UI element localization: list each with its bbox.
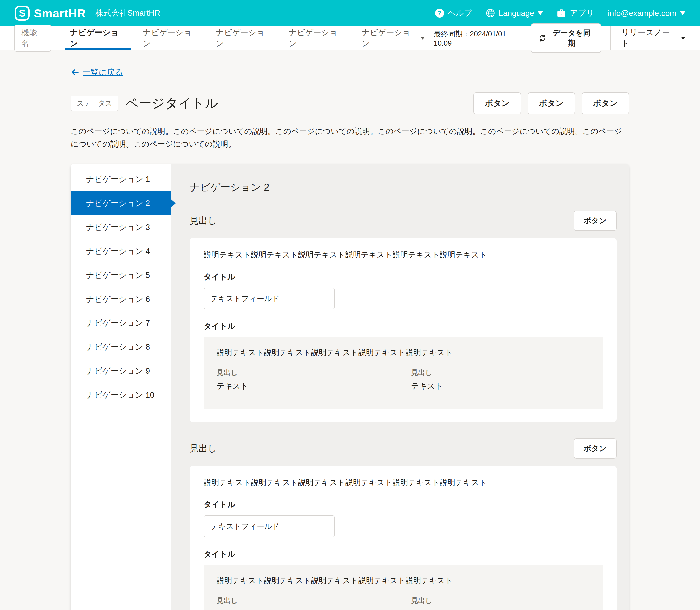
feature-name-badge: 機能名 <box>15 25 51 52</box>
section-heading: 見出し <box>190 443 217 455</box>
sidebar-item-navigation-4[interactable]: ナビゲーション 4 <box>71 239 171 263</box>
sidebar-item-navigation-10[interactable]: ナビゲーション 10 <box>71 383 171 407</box>
detail-column-1: 見出し テキスト <box>217 596 395 610</box>
status-badge: ステータス <box>71 96 119 111</box>
tab-navigation-4[interactable]: ナビゲーション <box>280 26 353 50</box>
form-group: タイトル <box>204 272 603 309</box>
detail-box-description: 説明テキスト説明テキスト説明テキスト説明テキスト説明テキスト <box>217 575 590 586</box>
column-heading: 見出し <box>411 596 590 605</box>
globe-icon <box>486 9 495 18</box>
section-card: 説明テキスト説明テキスト説明テキスト説明テキスト説明テキスト説明テキスト タイト… <box>190 238 617 422</box>
back-to-list-link[interactable]: 一覧に戻る <box>71 67 123 78</box>
page-action-button-2[interactable]: ボタン <box>528 93 575 114</box>
sidebar-item-navigation-3[interactable]: ナビゲーション 3 <box>71 215 171 239</box>
sidebar-item-navigation-8[interactable]: ナビゲーション 8 <box>71 335 171 359</box>
tab-label: ナビゲーション <box>362 27 417 49</box>
help-label: ヘルプ <box>448 8 472 19</box>
app-nav-bar: 機能名 ナビゲーション ナビゲーション ナビゲーション ナビゲーション ナビゲー… <box>0 27 700 50</box>
release-notes-menu[interactable]: リリースノート <box>611 27 685 49</box>
column-heading: 見出し <box>411 368 590 378</box>
account-menu[interactable]: info@example.com <box>608 9 685 18</box>
content-section-1: 見出し ボタン 説明テキスト説明テキスト説明テキスト説明テキスト説明テキスト説明… <box>190 209 617 422</box>
tab-label: ナビゲーション <box>143 27 199 49</box>
section-button[interactable]: ボタン <box>574 211 617 231</box>
page-action-buttons: ボタン ボタン ボタン <box>473 93 629 114</box>
text-field[interactable] <box>204 515 335 537</box>
content-box: ナビゲーション 1 ナビゲーション 2 ナビゲーション 3 ナビゲーション 4 … <box>71 164 629 610</box>
detail-group: タイトル 説明テキスト説明テキスト説明テキスト説明テキスト説明テキスト 見出し … <box>204 321 603 410</box>
caret-down-icon <box>420 37 425 40</box>
help-menu[interactable]: ? ヘルプ <box>435 8 472 19</box>
column-heading: 見出し <box>217 596 395 605</box>
field-label: タイトル <box>204 499 603 510</box>
detail-box-description: 説明テキスト説明テキスト説明テキスト説明テキスト説明テキスト <box>217 348 590 358</box>
apps-menu[interactable]: アプリ <box>557 8 594 19</box>
svg-text:S: S <box>19 8 26 19</box>
release-notes-label: リリースノート <box>621 27 676 49</box>
sidebar-item-navigation-9[interactable]: ナビゲーション 9 <box>71 359 171 383</box>
section-card: 説明テキスト説明テキスト説明テキスト説明テキスト説明テキスト説明テキスト タイト… <box>190 466 617 610</box>
back-arrow-icon <box>71 68 79 77</box>
detail-group: タイトル 説明テキスト説明テキスト説明テキスト説明テキスト説明テキスト 見出し … <box>204 549 603 610</box>
column-text: テキスト <box>217 609 395 610</box>
account-email: info@example.com <box>608 9 676 18</box>
question-icon: ? <box>435 9 444 18</box>
text-field[interactable] <box>204 288 335 309</box>
content-section-2: 見出し ボタン 説明テキスト説明テキスト説明テキスト説明テキスト説明テキスト説明… <box>190 436 617 610</box>
brand-name: SmartHR <box>34 6 86 20</box>
detail-box: 説明テキスト説明テキスト説明テキスト説明テキスト説明テキスト 見出し テキスト … <box>204 337 603 410</box>
main-nav-tabs: ナビゲーション ナビゲーション ナビゲーション ナビゲーション ナビゲーション <box>61 26 434 50</box>
section-button[interactable]: ボタン <box>574 438 617 459</box>
sidebar-item-navigation-2[interactable]: ナビゲーション 2 <box>71 191 171 215</box>
sidebar-item-navigation-7[interactable]: ナビゲーション 7 <box>71 311 171 335</box>
sidebar-item-navigation-1[interactable]: ナビゲーション 1 <box>71 167 171 191</box>
detail-column-2: 見出し テキスト <box>411 368 590 399</box>
tab-navigation-2[interactable]: ナビゲーション <box>134 26 207 50</box>
smarthr-logo-icon: S <box>15 5 30 21</box>
detail-columns: 見出し テキスト 見出し テキスト <box>217 368 590 399</box>
group-label: タイトル <box>204 321 603 332</box>
main-content: 一覧に戻る ステータス ページタイトル ボタン ボタン ボタン このページについ… <box>71 67 629 610</box>
company-name: 株式会社SmartHR <box>95 8 160 19</box>
column-text: テキスト <box>217 381 395 391</box>
detail-column-1: 見出し テキスト <box>217 368 395 399</box>
caret-down-icon <box>680 12 685 15</box>
refresh-icon <box>539 34 546 42</box>
side-nav: ナビゲーション 1 ナビゲーション 2 ナビゲーション 3 ナビゲーション 4 … <box>71 164 171 610</box>
column-text: テキスト <box>411 381 590 391</box>
tab-navigation-3[interactable]: ナビゲーション <box>207 26 280 50</box>
apps-label: アプリ <box>570 8 594 19</box>
language-label: Language <box>499 9 534 18</box>
page-action-button-1[interactable]: ボタン <box>473 93 521 114</box>
tab-label: ナビゲーション <box>289 27 344 49</box>
tab-navigation-5[interactable]: ナビゲーション <box>353 26 434 50</box>
page-title: ページタイトル <box>125 95 218 112</box>
tab-navigation-1[interactable]: ナビゲーション <box>61 26 134 50</box>
tab-label: ナビゲーション <box>216 27 271 49</box>
column-text: テキスト <box>411 609 590 610</box>
caret-down-icon <box>681 37 685 40</box>
language-menu[interactable]: Language <box>486 9 543 18</box>
detail-columns: 見出し テキスト 見出し テキスト <box>217 596 590 610</box>
panel-title: ナビゲーション 2 <box>190 180 617 194</box>
briefcase-icon <box>557 9 566 18</box>
content-panel: ナビゲーション 2 見出し ボタン 説明テキスト説明テキスト説明テキスト説明テキ… <box>171 164 629 610</box>
page-title-row: ステータス ページタイトル ボタン ボタン ボタン <box>71 93 629 114</box>
caret-down-icon <box>538 12 543 15</box>
column-heading: 見出し <box>217 368 395 378</box>
back-link-label: 一覧に戻る <box>83 67 123 78</box>
last-sync-text: 最終同期：2024/01/01 10:09 <box>434 29 524 47</box>
form-group: タイトル <box>204 499 603 537</box>
sidebar-item-navigation-6[interactable]: ナビゲーション 6 <box>71 287 171 311</box>
detail-column-2: 見出し テキスト <box>411 596 590 610</box>
section-header: 見出し ボタン <box>190 436 617 460</box>
section-header: 見出し ボタン <box>190 209 617 232</box>
card-description: 説明テキスト説明テキスト説明テキスト説明テキスト説明テキスト説明テキスト <box>204 477 603 488</box>
sidebar-item-navigation-5[interactable]: ナビゲーション 5 <box>71 263 171 287</box>
tab-label: ナビゲーション <box>70 27 125 49</box>
field-label: タイトル <box>204 272 603 282</box>
page-action-button-3[interactable]: ボタン <box>582 93 629 114</box>
detail-box: 説明テキスト説明テキスト説明テキスト説明テキスト説明テキスト 見出し テキスト … <box>204 565 603 610</box>
app-header: S SmartHR 株式会社SmartHR ? ヘルプ Language アプリ <box>0 0 700 27</box>
sync-data-button[interactable]: データを同期 <box>531 23 602 53</box>
